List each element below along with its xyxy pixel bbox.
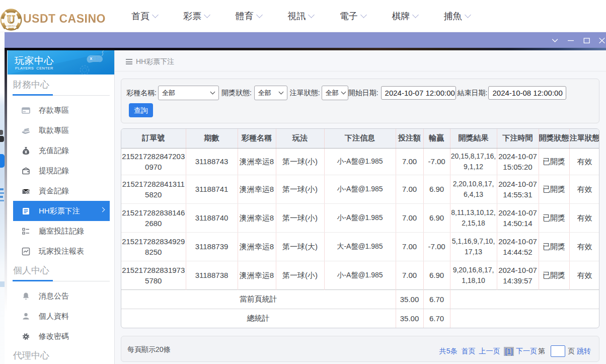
svg-text:U: U	[7, 13, 15, 26]
svg-text:CASINO: CASINO	[7, 25, 16, 27]
